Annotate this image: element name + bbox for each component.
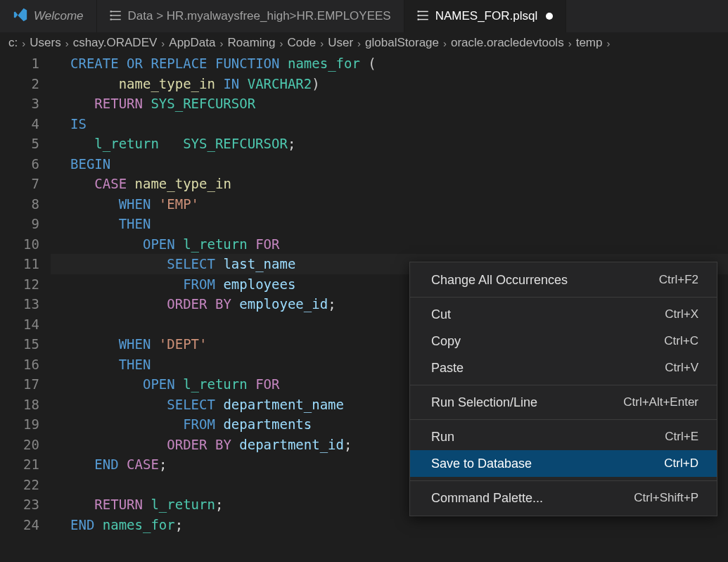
line-number: 18 bbox=[0, 395, 39, 415]
line-number: 24 bbox=[0, 515, 39, 535]
line-number: 3 bbox=[0, 94, 39, 114]
menu-separator bbox=[410, 480, 717, 481]
menu-item-run[interactable]: RunCtrl+E bbox=[410, 423, 717, 450]
menu-separator bbox=[410, 419, 717, 420]
breadcrumb-segment[interactable]: Users bbox=[30, 36, 60, 50]
line-number: 22 bbox=[0, 475, 39, 495]
line-number: 19 bbox=[0, 414, 39, 435]
line-number: 8 bbox=[0, 194, 39, 215]
menu-separator bbox=[410, 385, 717, 385]
menu-separator bbox=[410, 297, 717, 298]
tab-label: Welcome bbox=[34, 9, 84, 23]
menu-item-cut[interactable]: CutCtrl+X bbox=[410, 301, 717, 328]
menu-item-save-to-database[interactable]: Save to DatabaseCtrl+D bbox=[410, 450, 717, 477]
menu-item-label: Run bbox=[431, 430, 454, 445]
breadcrumb-segment[interactable]: c: bbox=[8, 36, 18, 50]
line-number: 7 bbox=[0, 174, 39, 194]
menu-item-label: Cut bbox=[431, 307, 451, 322]
menu-item-shortcut: Ctrl+C bbox=[664, 334, 698, 348]
tab-label: Data > HR.myalwaysfree_high>HR.EMPLOYEES bbox=[128, 9, 391, 23]
breadcrumb-segment[interactable]: User bbox=[328, 36, 353, 50]
chevron-right-icon: › bbox=[320, 37, 324, 49]
menu-item-change-all-occurrences[interactable]: Change All OccurrencesCtrl+F2 bbox=[410, 267, 717, 293]
menu-item-run-selection-line[interactable]: Run Selection/LineCtrl+Alt+Enter bbox=[410, 389, 717, 416]
breadcrumb-segment[interactable]: AppData bbox=[169, 36, 215, 50]
context-menu: Change All OccurrencesCtrl+F2CutCtrl+XCo… bbox=[409, 262, 717, 516]
chevron-right-icon: › bbox=[280, 37, 283, 49]
menu-item-shortcut: Ctrl+X bbox=[665, 307, 698, 321]
line-number-gutter: 123456789101112131415161718192021222324 bbox=[0, 53, 51, 535]
line-number: 16 bbox=[0, 355, 39, 375]
preview-icon bbox=[110, 9, 122, 24]
tab-names-for[interactable]: NAMES_FOR.plsql bbox=[404, 0, 566, 32]
line-number: 4 bbox=[0, 114, 39, 134]
breadcrumb-segment[interactable]: globalStorage bbox=[365, 36, 439, 50]
line-number: 14 bbox=[0, 314, 39, 335]
line-number: 5 bbox=[0, 134, 39, 154]
svg-rect-3 bbox=[110, 11, 111, 12]
menu-item-command-palette[interactable]: Command Palette...Ctrl+Shift+P bbox=[410, 485, 717, 511]
chevron-right-icon: › bbox=[161, 37, 165, 49]
code-line[interactable]: END names_for; bbox=[51, 515, 728, 535]
menu-item-label: Copy bbox=[431, 334, 461, 349]
code-line[interactable]: CREATE OR REPLACE FUNCTION names_for ( bbox=[51, 53, 728, 74]
svg-rect-11 bbox=[417, 18, 419, 20]
code-line[interactable]: WHEN 'EMP' bbox=[51, 194, 728, 215]
svg-rect-10 bbox=[417, 14, 419, 15]
menu-item-label: Command Palette... bbox=[431, 491, 543, 506]
line-number: 2 bbox=[0, 74, 39, 94]
line-number: 9 bbox=[0, 214, 39, 234]
preview-icon bbox=[417, 9, 430, 24]
menu-item-shortcut: Ctrl+E bbox=[665, 430, 698, 444]
breadcrumb-segment[interactable]: cshay.ORADEV bbox=[73, 36, 158, 50]
chevron-right-icon: › bbox=[357, 37, 361, 49]
breadcrumb-segment[interactable]: temp bbox=[576, 36, 603, 50]
svg-rect-5 bbox=[110, 18, 111, 20]
code-line[interactable]: THEN bbox=[51, 214, 728, 234]
code-line[interactable]: RETURN SYS_REFCURSOR bbox=[51, 94, 728, 114]
breadcrumb-segment[interactable]: Roaming bbox=[227, 36, 275, 50]
menu-item-shortcut: Ctrl+D bbox=[664, 456, 698, 471]
menu-item-paste[interactable]: PasteCtrl+V bbox=[410, 355, 717, 381]
breadcrumb[interactable]: c:›Users›cshay.ORADEV›AppData›Roaming›Co… bbox=[0, 32, 728, 53]
line-number: 23 bbox=[0, 494, 39, 515]
code-line[interactable]: l_return SYS_REFCURSOR; bbox=[51, 134, 728, 154]
menu-item-shortcut: Ctrl+F2 bbox=[659, 273, 698, 287]
tab-data[interactable]: Data > HR.myalwaysfree_high>HR.EMPLOYEES bbox=[97, 0, 404, 32]
dirty-indicator-icon bbox=[546, 13, 553, 20]
menu-item-label: Paste bbox=[431, 361, 464, 376]
breadcrumb-segment[interactable]: oracle.oracledevtools bbox=[451, 36, 564, 50]
breadcrumb-segment[interactable]: Code bbox=[288, 36, 317, 50]
chevron-right-icon: › bbox=[22, 37, 25, 49]
menu-item-shortcut: Ctrl+Shift+P bbox=[634, 491, 698, 505]
line-number: 12 bbox=[0, 274, 39, 295]
code-line[interactable]: OPEN l_return FOR bbox=[51, 234, 728, 255]
line-number: 20 bbox=[0, 435, 39, 455]
chevron-right-icon: › bbox=[606, 37, 610, 49]
line-number: 17 bbox=[0, 374, 39, 395]
menu-item-label: Save to Database bbox=[431, 456, 532, 471]
line-number: 21 bbox=[0, 454, 39, 475]
line-number: 1 bbox=[0, 53, 39, 74]
tab-welcome[interactable]: Welcome bbox=[0, 0, 97, 32]
code-line[interactable]: CASE name_type_in bbox=[51, 174, 728, 194]
code-line[interactable]: name_type_in IN VARCHAR2) bbox=[51, 74, 728, 94]
chevron-right-icon: › bbox=[443, 37, 447, 49]
chevron-right-icon: › bbox=[65, 37, 69, 49]
svg-rect-9 bbox=[417, 11, 419, 12]
chevron-right-icon: › bbox=[219, 37, 223, 49]
code-line[interactable]: IS bbox=[51, 114, 728, 134]
vscode-icon bbox=[13, 7, 28, 26]
menu-item-shortcut: Ctrl+Alt+Enter bbox=[623, 395, 698, 409]
code-line[interactable]: BEGIN bbox=[51, 154, 728, 174]
line-number: 11 bbox=[0, 254, 39, 274]
tab-label: NAMES_FOR.plsql bbox=[435, 9, 537, 23]
menu-item-shortcut: Ctrl+V bbox=[665, 361, 698, 375]
line-number: 10 bbox=[0, 234, 39, 255]
line-number: 15 bbox=[0, 334, 39, 355]
menu-item-label: Change All Occurrences bbox=[431, 273, 568, 288]
menu-item-label: Run Selection/Line bbox=[431, 395, 537, 410]
tab-bar: Welcome Data > HR.myalwaysfree_high>HR.E… bbox=[0, 0, 728, 32]
menu-item-copy[interactable]: CopyCtrl+C bbox=[410, 328, 717, 355]
line-number: 6 bbox=[0, 154, 39, 174]
